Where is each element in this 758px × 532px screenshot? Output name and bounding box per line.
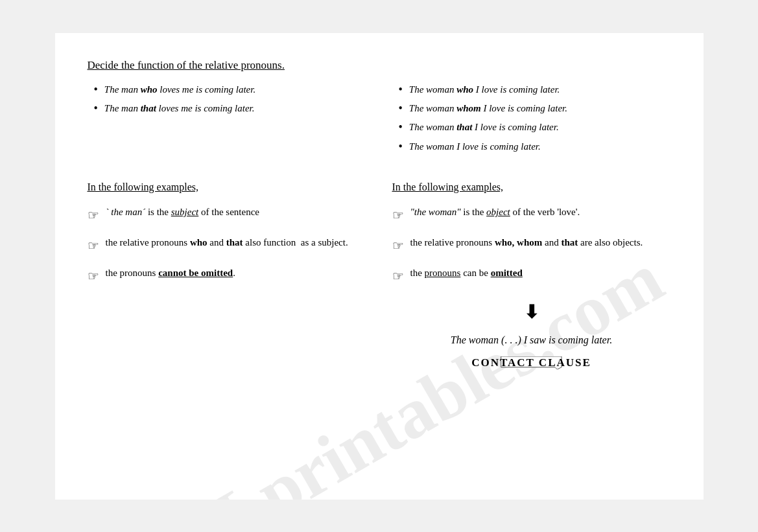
pointer-icon-r3: ☞ — [392, 266, 404, 286]
left-example-2: ☞ the relative pronouns who and that als… — [88, 235, 366, 255]
left-bullets-col: The man who loves me is coming later. Th… — [88, 82, 366, 159]
pointer-icon-2: ☞ — [88, 236, 99, 255]
right-bullet-1: The woman who I love is coming later. — [399, 82, 671, 97]
right-bullet-2: The woman whom I love is coming later. — [399, 101, 671, 116]
left-bullet-2: The man that loves me is coming later. — [94, 101, 366, 116]
contact-clause-label: CONTACT CLAUSE — [445, 347, 617, 378]
right-examples-col: In the following examples, ☞ "the woman"… — [392, 181, 671, 369]
left-example-2-text: the relative pronouns who and that also … — [106, 235, 366, 250]
pointer-icon-3: ☞ — [88, 266, 99, 286]
right-bullet-list: The woman who I love is coming later. Th… — [399, 82, 671, 155]
right-example-2-text: the relative pronouns who, whom and that… — [410, 235, 671, 250]
content: Decide the function of the relative pron… — [88, 59, 671, 370]
down-arrow: ⬇ — [524, 301, 539, 323]
left-examples-title: In the following examples, — [88, 181, 366, 193]
right-examples-title: In the following examples, — [392, 181, 671, 193]
pointer-icon-r1: ☞ — [392, 205, 404, 225]
contact-clause-wrapper: ⬇ The woman (. . .) I saw is coming late… — [392, 296, 671, 369]
examples-two-col: In the following examples, ☞ ` the man´ … — [88, 181, 671, 369]
pointer-icon-1: ☞ — [88, 205, 99, 225]
left-bullet-1: The man who loves me is coming later. — [94, 82, 366, 97]
left-example-1: ☞ ` the man´ is the subject of the sente… — [88, 205, 366, 225]
right-bullets-col: The woman who I love is coming later. Th… — [392, 82, 671, 159]
left-examples-col: In the following examples, ☞ ` the man´ … — [88, 181, 366, 369]
contact-clause-box: CONTACT CLAUSE — [445, 356, 617, 369]
right-example-1: ☞ "the woman" is the object of the verb … — [392, 205, 671, 225]
right-example-3-text: the pronouns can be omitted — [410, 266, 671, 281]
main-title: Decide the function of the relative pron… — [88, 59, 671, 72]
left-example-3: ☞ the pronouns cannot be omitted. — [88, 266, 366, 286]
left-example-3-text: the pronouns cannot be omitted. — [106, 266, 366, 281]
right-bullet-3: The woman that I love is coming later. — [399, 120, 671, 135]
right-bullet-4: The woman I love is coming later. — [399, 139, 671, 154]
right-example-3: ☞ the pronouns can be omitted — [392, 266, 671, 286]
right-example-1-text: "the woman" is the object of the verb 'l… — [410, 205, 671, 220]
left-example-1-text: ` the man´ is the subject of the sentenc… — [106, 205, 366, 220]
page: ESLprintables.com Decide the function of… — [55, 33, 704, 500]
pointer-icon-r2: ☞ — [392, 236, 404, 255]
top-two-col: The man who loves me is coming later. Th… — [88, 82, 671, 159]
right-example-2: ☞ the relative pronouns who, whom and th… — [392, 235, 671, 255]
left-bullet-list: The man who loves me is coming later. Th… — [94, 82, 366, 117]
contact-clause-sentence: The woman (. . .) I saw is coming later. — [451, 334, 612, 346]
